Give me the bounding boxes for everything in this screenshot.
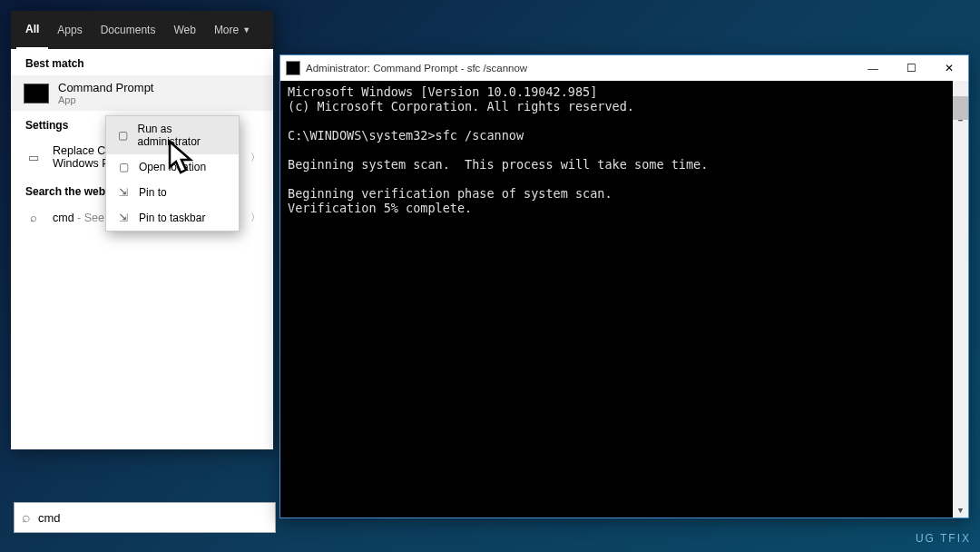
section-best-match: Best match: [11, 49, 273, 75]
pin-icon: ⇲: [115, 212, 132, 224]
tab-apps[interactable]: Apps: [48, 11, 91, 49]
cmd-icon: [286, 61, 300, 75]
ctx-pin-taskbar[interactable]: ⇲Pin to taskbar: [106, 205, 239, 231]
titlebar[interactable]: Administrator: Command Prompt - sfc /sca…: [280, 55, 968, 81]
search-icon: ⌕: [22, 509, 31, 526]
chevron-right-icon: 〉: [250, 211, 260, 224]
tab-web[interactable]: Web: [164, 11, 204, 49]
command-prompt-window: Administrator: Command Prompt - sfc /sca…: [279, 54, 969, 518]
search-icon: ⌕: [24, 212, 44, 224]
match-subtitle: App: [58, 94, 153, 105]
scroll-thumb[interactable]: [953, 96, 968, 120]
search-box[interactable]: ⌕: [14, 502, 276, 533]
best-match-command-prompt[interactable]: Command Prompt App: [11, 75, 273, 111]
settings-icon: ▭: [24, 151, 44, 164]
search-input[interactable]: [38, 511, 268, 525]
chevron-down-icon: ▼: [242, 25, 250, 34]
tab-more[interactable]: More▼: [205, 24, 260, 36]
cmd-icon: [24, 84, 49, 104]
search-tabs: All Apps Documents Web More▼: [11, 11, 273, 49]
ctx-pin-start[interactable]: ⇲Pin to: [106, 180, 239, 205]
pin-icon: ⇲: [115, 186, 132, 199]
scroll-down-icon[interactable]: ▼: [953, 502, 968, 518]
minimize-button[interactable]: —: [854, 55, 892, 81]
watermark: UG TFIX: [916, 532, 971, 545]
scrollbar[interactable]: ▲ ▼: [953, 81, 968, 518]
tab-documents[interactable]: Documents: [92, 11, 165, 49]
maximize-button[interactable]: ☐: [892, 55, 930, 81]
admin-icon: ▢: [115, 129, 131, 142]
settings-line1: Replace Co: [53, 144, 112, 157]
console-output[interactable]: Microsoft Windows [Version 10.0.19042.98…: [280, 81, 968, 518]
mouse-cursor-icon: [167, 140, 198, 178]
web-term: cmd: [53, 212, 74, 224]
chevron-right-icon: 〉: [250, 151, 260, 164]
settings-line2: Windows P: [53, 157, 112, 170]
tab-all[interactable]: All: [16, 11, 48, 49]
window-title: Administrator: Command Prompt - sfc /sca…: [306, 63, 527, 74]
close-button[interactable]: ✕: [930, 55, 968, 81]
folder-icon: ▢: [115, 161, 132, 173]
match-title: Command Prompt: [58, 81, 153, 94]
